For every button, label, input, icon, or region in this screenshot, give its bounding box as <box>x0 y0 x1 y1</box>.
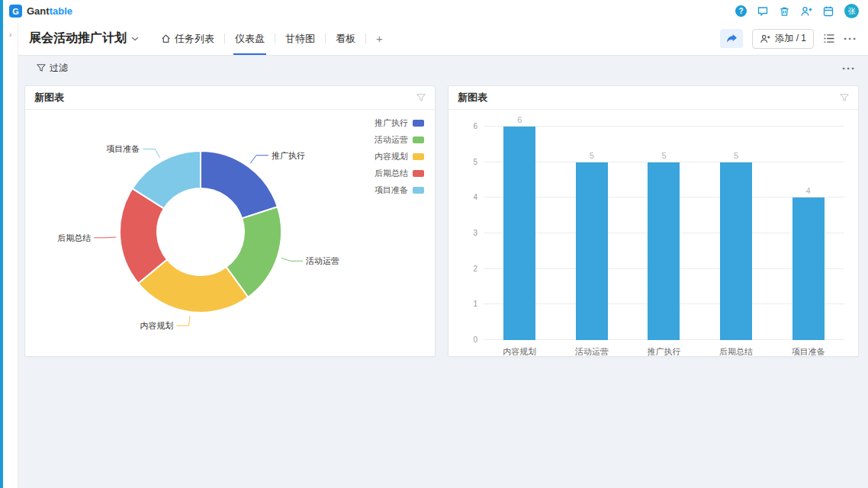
bar-slot: 5 <box>628 151 700 340</box>
tab-add[interactable]: + <box>366 22 393 55</box>
pie-label: 推广执行 <box>272 151 305 160</box>
filter-bar: 过滤 ··· <box>18 56 868 80</box>
tab-gantt[interactable]: 甘特图 <box>275 22 325 55</box>
legend-label: 后期总结 <box>375 168 408 179</box>
calendar-icon[interactable] <box>822 5 834 18</box>
funnel-icon <box>37 63 46 72</box>
user-avatar[interactable]: 张 <box>844 4 859 18</box>
brand-name: Ganttable <box>27 5 72 17</box>
trash-icon[interactable] <box>779 5 790 18</box>
home-icon <box>161 34 171 43</box>
y-tick-label: 3 <box>459 229 477 237</box>
tab-dashboard[interactable]: 仪表盘 <box>225 22 275 55</box>
tab-bar: 任务列表 仪表盘 甘特图 看板 + <box>151 22 393 55</box>
tab-label: 任务列表 <box>175 32 214 46</box>
sidebar-gutter: › <box>3 22 18 488</box>
bar-value-label: 4 <box>806 186 811 195</box>
legend-swatch <box>413 170 424 177</box>
bar[interactable] <box>576 162 608 340</box>
logo[interactable]: G Ganttable <box>9 5 72 18</box>
share-button[interactable] <box>720 29 743 48</box>
card-title: 新图表 <box>458 91 487 104</box>
legend-item[interactable]: 项目准备 <box>375 185 424 196</box>
share-icon <box>726 34 738 43</box>
x-axis-label: 推广执行 <box>628 346 700 358</box>
legend-label: 项目准备 <box>375 185 408 196</box>
bars-row: 65554 <box>484 127 844 340</box>
bar-slot: 5 <box>700 151 773 340</box>
legend-label: 内容规划 <box>375 151 408 162</box>
x-axis-label: 活动运营 <box>556 346 628 358</box>
tab-task-list[interactable]: 任务列表 <box>151 22 224 55</box>
more-icon[interactable]: ··· <box>844 33 857 44</box>
legend-swatch <box>413 153 424 160</box>
x-axis-label: 后期总结 <box>700 346 773 358</box>
add-member-button[interactable]: 添加 / 1 <box>752 29 814 49</box>
card-filter-icon[interactable] <box>840 93 849 102</box>
message-icon[interactable] <box>757 5 769 18</box>
bar-value-label: 5 <box>734 151 738 160</box>
pie-label-line <box>281 258 303 261</box>
legend-item[interactable]: 内容规划 <box>375 151 424 162</box>
legend-label: 活动运营 <box>375 134 408 146</box>
more-icon[interactable]: ··· <box>842 63 856 74</box>
tab-label: 仪表盘 <box>235 32 265 46</box>
bar[interactable] <box>648 162 680 340</box>
bar[interactable] <box>792 197 825 340</box>
tab-label: 甘特图 <box>285 32 315 46</box>
topbar: G Ganttable ? 张 <box>3 0 868 22</box>
bar-slot: 6 <box>484 115 556 340</box>
pie-slice[interactable] <box>201 151 278 218</box>
legend-label: 推广执行 <box>375 117 408 129</box>
x-axis-labels: 内容规划活动运营推广执行后期总结项目准备 <box>484 346 844 358</box>
chart-legend: 推广执行活动运营内容规划后期总结项目准备 <box>375 117 424 196</box>
pie-label: 项目准备 <box>106 144 140 153</box>
tab-kanban[interactable]: 看板 <box>326 22 365 55</box>
person-plus-icon <box>760 34 770 44</box>
pie-label: 内容规划 <box>140 321 173 330</box>
legend-swatch <box>413 136 424 143</box>
card-filter-icon[interactable] <box>416 93 426 102</box>
bar[interactable] <box>720 162 752 340</box>
topbar-actions: ? 张 <box>735 4 859 18</box>
y-tick-label: 6 <box>459 122 477 130</box>
bar[interactable] <box>503 127 535 340</box>
brand-accent: table <box>50 5 72 17</box>
sidebar-expand-button[interactable]: › <box>6 30 15 39</box>
tab-label: 看板 <box>336 32 355 46</box>
pie-label-line <box>94 237 116 238</box>
legend-item[interactable]: 活动运营 <box>375 134 424 146</box>
bar-chart-card: 新图表 012345665554 内容规划活动运营推广执行后期总结项目准备 <box>448 85 859 357</box>
bar-value-label: 5 <box>590 151 594 160</box>
pie-label-line <box>143 149 159 157</box>
bar-value-label: 6 <box>517 115 522 124</box>
pie-label: 后期总结 <box>57 233 91 242</box>
project-title[interactable]: 展会活动推广计划 <box>29 30 139 47</box>
pie-chart-card: 新图表 推广执行活动运营内容规划后期总结项目准备 推广执行活动运营内容规划后期总… <box>24 85 436 357</box>
pie-chart-body: 推广执行活动运营内容规划后期总结项目准备 推广执行活动运营内容规划后期总结项目准… <box>25 110 435 359</box>
tab-label: + <box>376 32 383 45</box>
y-tick-label: 1 <box>459 300 477 308</box>
pie-label: 活动运营 <box>305 256 339 265</box>
bar-slot: 4 <box>772 186 844 340</box>
x-axis-label: 内容规划 <box>484 346 556 358</box>
y-tick-label: 0 <box>459 336 477 344</box>
pie-label-line <box>250 156 268 164</box>
card-title: 新图表 <box>34 91 64 104</box>
list-settings-icon[interactable] <box>823 34 834 43</box>
add-user-icon[interactable] <box>800 5 812 18</box>
card-header: 新图表 <box>25 86 435 110</box>
y-tick-label: 5 <box>459 158 477 166</box>
logo-icon: G <box>9 5 22 18</box>
card-header: 新图表 <box>448 86 858 110</box>
brand-dark: Gant <box>27 5 50 17</box>
legend-item[interactable]: 后期总结 <box>375 168 424 179</box>
help-icon[interactable]: ? <box>735 5 747 17</box>
page-header: 展会活动推广计划 任务列表 仪表盘 甘特图 看板 + <box>18 22 868 56</box>
bar-slot: 5 <box>556 151 628 340</box>
legend-item[interactable]: 推广执行 <box>375 117 424 129</box>
filter-button[interactable]: 过滤 <box>37 62 68 75</box>
legend-swatch <box>413 187 424 194</box>
header-actions: 添加 / 1 ··· <box>720 29 857 49</box>
main-area: 过滤 ··· 新图表 推广执行活动运营内容规划后期总结项目准备 推广执行活动运营… <box>18 56 868 488</box>
